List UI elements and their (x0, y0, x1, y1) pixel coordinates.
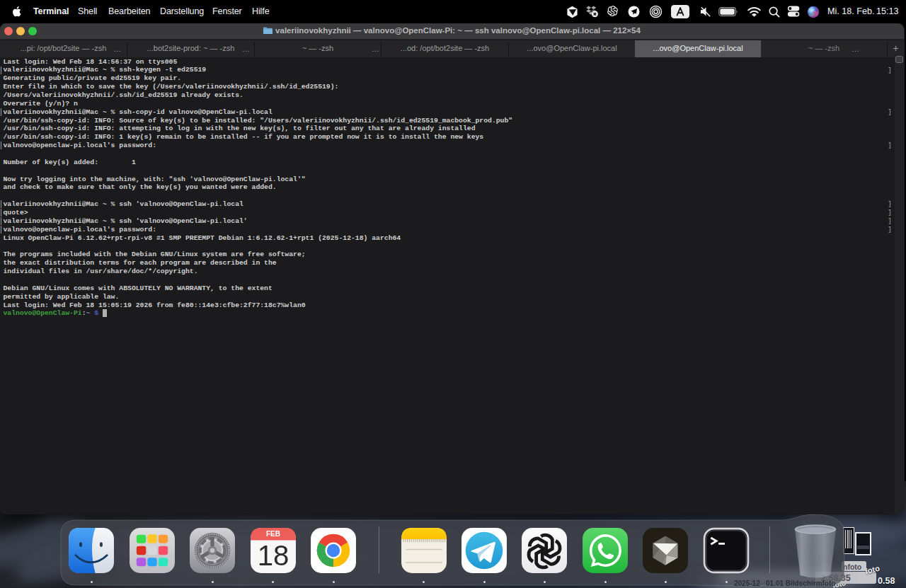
svg-text:18: 18 (257, 540, 289, 572)
svg-text:FEB: FEB (265, 530, 280, 538)
